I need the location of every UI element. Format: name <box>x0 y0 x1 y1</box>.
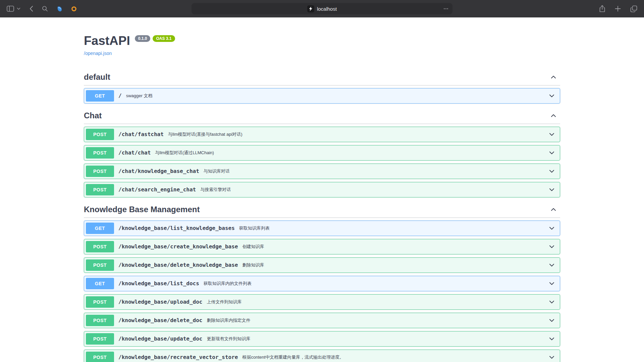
section-operations: POST /chat/fastchat 与llm模型对话(直接与fastchat… <box>84 127 560 197</box>
operation-description: 根据content中文档重建向量库，流式输出处理进度。 <box>242 354 548 360</box>
operation-row[interactable]: POST /chat/fastchat 与llm模型对话(直接与fastchat… <box>84 127 560 142</box>
operation-description: 与知识库对话 <box>204 168 548 174</box>
operation-path: /chat/fastchat <box>118 131 164 137</box>
operation-description: 获取知识库内的文件列表 <box>204 281 548 287</box>
chevron-down-icon[interactable] <box>548 317 555 324</box>
section-title: Knowledge Base Management <box>84 205 200 214</box>
operation-row[interactable]: POST /chat/knowledge_base_chat 与知识库对话 <box>84 164 560 179</box>
section-header[interactable]: Knowledge Base Management <box>84 201 560 218</box>
chevron-up-icon[interactable] <box>550 74 557 80</box>
orange-app-icon[interactable] <box>70 5 78 13</box>
operation-row[interactable]: GET / swagger 文档 <box>84 88 560 104</box>
sections-container: default GET / swagger 文档 Chat POST /chat… <box>84 68 560 362</box>
swagger-page: FastAPI0.1.0OAS 3.1 /openapi.json defaul… <box>0 17 644 362</box>
operation-row[interactable]: POST /knowledge_base/create_knowledge_ba… <box>84 239 560 254</box>
operation-row[interactable]: GET /knowledge_base/list_docs 获取知识库内的文件列… <box>84 276 560 291</box>
toolbar-left-group <box>5 4 78 13</box>
operation-row[interactable]: POST /knowledge_base/delete_knowledge_ba… <box>84 257 560 273</box>
operation-description: 获取知识库列表 <box>239 225 548 231</box>
operation-path: /knowledge_base/list_knowledge_bases <box>118 225 235 231</box>
section-header[interactable]: Chat <box>84 107 560 124</box>
chevron-down-icon[interactable] <box>548 225 555 232</box>
method-badge: POST <box>86 333 114 345</box>
chevron-down-icon[interactable] <box>548 186 555 193</box>
api-info: FastAPI0.1.0OAS 3.1 /openapi.json <box>84 34 560 56</box>
section-title: default <box>84 72 110 82</box>
new-tab-icon[interactable] <box>613 4 622 13</box>
operation-row[interactable]: GET /knowledge_base/list_knowledge_bases… <box>84 221 560 236</box>
method-badge: GET <box>86 278 114 289</box>
operation-path: /chat/search_engine_chat <box>118 186 196 193</box>
site-favicon <box>307 5 314 12</box>
operation-description: 上传文件到知识库 <box>207 299 548 305</box>
method-badge: POST <box>86 315 114 326</box>
method-badge: POST <box>86 241 114 252</box>
api-section: Knowledge Base Management GET /knowledge… <box>84 201 560 362</box>
chevron-down-icon[interactable] <box>548 299 555 305</box>
chevron-down-icon[interactable] <box>548 131 555 138</box>
version-badge: 0.1.0 <box>135 35 151 42</box>
operation-row[interactable]: POST /chat/search_engine_chat 与搜索引擎对话 <box>84 182 560 197</box>
operation-path: /knowledge_base/delete_knowledge_base <box>118 262 238 268</box>
api-section: Chat POST /chat/fastchat 与llm模型对话(直接与fas… <box>84 107 560 197</box>
operation-path: /knowledge_base/upload_doc <box>118 299 202 305</box>
tab-overview-icon[interactable] <box>629 4 639 14</box>
sidebar-chevron-down-icon[interactable] <box>15 6 22 11</box>
page-title: FastAPI0.1.0OAS 3.1 <box>84 34 560 48</box>
operation-path: /knowledge_base/list_docs <box>118 280 199 287</box>
url-text: localhost <box>317 6 337 12</box>
chevron-down-icon[interactable] <box>548 354 555 361</box>
operation-path: /chat/knowledge_base_chat <box>118 168 199 174</box>
method-badge: POST <box>86 296 114 308</box>
method-badge: POST <box>86 184 114 195</box>
method-badge: POST <box>86 259 114 271</box>
method-badge: POST <box>86 166 114 177</box>
address-bar[interactable]: localhost <box>192 3 452 14</box>
operation-path: /chat/chat <box>118 149 151 156</box>
operation-path: /knowledge_base/create_knowledge_base <box>118 243 238 250</box>
chevron-up-icon[interactable] <box>550 206 557 213</box>
share-icon[interactable] <box>598 4 607 14</box>
method-badge: POST <box>86 352 114 362</box>
operation-description: 删除知识库内指定文件 <box>207 317 548 323</box>
operation-description: 创建知识库 <box>242 244 548 250</box>
chevron-down-icon[interactable] <box>548 262 555 268</box>
chevron-down-icon[interactable] <box>548 149 555 156</box>
oas-badge: OAS 3.1 <box>153 35 175 42</box>
operation-row[interactable]: POST /knowledge_base/update_doc 更新现有文件到知… <box>84 331 560 347</box>
api-section: default GET / swagger 文档 <box>84 68 560 104</box>
page-menu-icon[interactable] <box>442 5 449 12</box>
operation-description: 与llm模型对话(直接与fastchat api对话) <box>168 131 548 137</box>
openapi-json-link[interactable]: /openapi.json <box>84 51 112 56</box>
operation-description: swagger 文档 <box>126 93 548 99</box>
chevron-up-icon[interactable] <box>550 112 557 119</box>
chevron-down-icon[interactable] <box>548 243 555 250</box>
chevron-down-icon[interactable] <box>548 168 555 175</box>
method-badge: GET <box>86 223 114 234</box>
address-bar-content: localhost <box>307 5 337 12</box>
chevron-down-icon[interactable] <box>548 280 555 287</box>
method-badge: POST <box>86 147 114 159</box>
section-title: Chat <box>84 111 102 120</box>
operation-row[interactable]: POST /knowledge_base/delete_doc 删除知识库内指定… <box>84 313 560 328</box>
operation-path: /knowledge_base/delete_doc <box>118 317 202 323</box>
operation-row[interactable]: POST /knowledge_base/upload_doc 上传文件到知识库 <box>84 294 560 310</box>
browser-toolbar: localhost <box>0 0 644 17</box>
chevron-down-icon[interactable] <box>548 93 555 99</box>
operation-description: 与llm模型对话(通过LLMChain) <box>155 150 548 156</box>
search-icon[interactable] <box>41 4 49 13</box>
operation-description: 删除知识库 <box>242 262 548 268</box>
sidebar-toggle-icon[interactable] <box>5 4 15 13</box>
chevron-down-icon[interactable] <box>548 336 555 342</box>
operation-path: /knowledge_base/update_doc <box>118 336 202 342</box>
operation-row[interactable]: POST /chat/chat 与llm模型对话(通过LLMChain) <box>84 145 560 161</box>
method-badge: POST <box>86 129 114 140</box>
operation-description: 与搜索引擎对话 <box>200 187 548 193</box>
operation-path: /knowledge_base/recreate_vector_store <box>118 354 238 360</box>
section-operations: GET / swagger 文档 <box>84 88 560 104</box>
section-header[interactable]: default <box>84 68 560 85</box>
operation-row[interactable]: POST /knowledge_base/recreate_vector_sto… <box>84 350 560 362</box>
back-icon[interactable] <box>28 4 35 13</box>
blue-app-icon[interactable] <box>55 5 64 13</box>
operation-description: 更新现有文件到知识库 <box>207 336 548 342</box>
